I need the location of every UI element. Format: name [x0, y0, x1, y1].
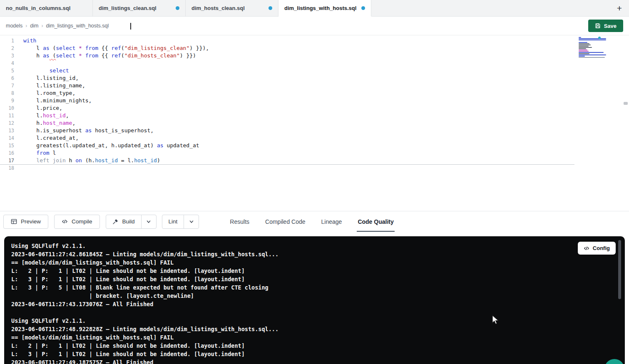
terminal-line — [11, 308, 625, 317]
code-line[interactable]: 10 l.price, — [0, 104, 574, 112]
unsaved-dot — [176, 6, 179, 10]
code-line[interactable]: 2 l as (select * from {{ ref("dim_listin… — [0, 45, 574, 52]
line-content: l.minimum_nights, — [14, 97, 92, 104]
line-content: l.host_id, — [14, 112, 69, 119]
line-number: 18 — [0, 164, 14, 172]
line-content — [14, 164, 23, 172]
config-button[interactable]: Config — [578, 242, 616, 255]
breadcrumb-segment[interactable]: dim — [30, 23, 38, 29]
line-content: from l — [14, 149, 56, 157]
line-number: 3 — [0, 52, 14, 59]
code-line[interactable]: 4 — [0, 59, 574, 67]
compile-button[interactable]: Compile — [54, 215, 100, 229]
terminal-panel: Using SQLFluff v2.1.1.2023-06-06T11:27:4… — [4, 236, 625, 364]
editor-tab[interactable]: dim_listings_clean.sql — [93, 0, 186, 16]
code-line[interactable]: 15 greatest(l.updated_at, h.updated_at) … — [0, 142, 574, 149]
lint-label: Lint — [169, 218, 178, 225]
terminal-scrollbar[interactable] — [618, 240, 621, 299]
code-icon — [62, 218, 68, 225]
line-number: 10 — [0, 104, 14, 112]
code-editor[interactable]: 1with2 l as (select * from {{ ref("dim_l… — [0, 35, 629, 211]
breadcrumb-segment[interactable]: models — [6, 23, 22, 29]
build-dropdown-button[interactable] — [141, 215, 156, 228]
editor-scrollbar[interactable] — [624, 102, 628, 105]
result-tab-lineage[interactable]: Lineage — [321, 211, 343, 232]
tab-label: dim_listings_with_hosts.sql — [284, 5, 356, 11]
terminal-line: == [models/dim/dim_listings_with_hosts.s… — [11, 258, 625, 267]
terminal-line: 2023-06-06T11:27:43.173076Z — All Finish… — [11, 300, 625, 308]
code-line[interactable]: 7 l.listing_name, — [0, 82, 574, 89]
result-tab-compiled-code[interactable]: Compiled Code — [264, 211, 306, 232]
line-number: 13 — [0, 127, 14, 134]
result-tabs: ResultsCompiled CodeLineageCode Quality — [222, 211, 401, 232]
chevron-down-icon — [189, 219, 194, 224]
terminal-line: L: 3 | P: 1 | LT02 | Line should not be … — [11, 275, 625, 283]
line-number: 4 — [0, 59, 14, 67]
line-number: 11 — [0, 112, 14, 119]
line-content — [14, 59, 23, 67]
chevron-down-icon — [146, 219, 151, 224]
text-caret — [130, 23, 131, 30]
terminal-line: L: 3 | P: 1 | LT02 | Line should not be … — [11, 350, 625, 358]
code-line[interactable]: 8 l.room_type, — [0, 89, 574, 97]
lint-button[interactable]: Lint — [162, 215, 184, 228]
breadcrumb: models›dim›dim_listings_with_hosts.sql — [6, 23, 109, 29]
line-number: 9 — [0, 97, 14, 104]
code-line[interactable]: 17 left join h on (h.host_id = l.host_id… — [0, 157, 574, 164]
lint-split-button: Lint — [162, 215, 199, 229]
code-line[interactable]: 5 select — [0, 67, 574, 74]
code-line[interactable]: 12 h.host_name, — [0, 119, 574, 127]
terminal-line: Using SQLFluff v2.1.1. — [11, 317, 625, 325]
editor-tab[interactable]: no_nulls_in_columns.sql — [0, 0, 93, 16]
tab-label: dim_listings_clean.sql — [99, 5, 157, 11]
line-content: h as (select * from {{ ref("dim_hosts_cl… — [14, 52, 196, 59]
code-lines: 1with2 l as (select * from {{ ref("dim_l… — [0, 37, 629, 172]
terminal-output: Using SQLFluff v2.1.1.2023-06-06T11:27:4… — [11, 242, 625, 364]
code-line[interactable]: 18 — [0, 164, 574, 172]
line-number: 5 — [0, 67, 14, 74]
editor-tab[interactable]: dim_listings_with_hosts.sql — [278, 0, 371, 16]
build-icon — [112, 218, 119, 225]
line-content: l.listing_name, — [14, 82, 85, 89]
tab-bar: no_nulls_in_columns.sqldim_listings_clea… — [0, 0, 629, 17]
line-number: 14 — [0, 134, 14, 142]
save-label: Save — [604, 23, 617, 29]
preview-icon — [11, 218, 17, 225]
build-button[interactable]: Build — [106, 215, 141, 228]
terminal-line: | bracket. [layout.cte_newline] — [11, 292, 625, 300]
code-line[interactable]: 3 h as (select * from {{ ref("dim_hosts_… — [0, 52, 574, 59]
line-content: l.room_type, — [14, 89, 75, 97]
code-line[interactable]: 11 l.host_id, — [0, 112, 574, 119]
new-tab-button[interactable]: + — [610, 0, 629, 16]
tab-label: no_nulls_in_columns.sql — [6, 5, 70, 11]
code-line[interactable]: 13 h.is_superhost as host_is_superhost, — [0, 127, 574, 134]
line-number: 2 — [0, 45, 14, 52]
lint-dropdown-button[interactable] — [184, 215, 199, 228]
line-content: l.listing_id, — [14, 74, 79, 82]
code-line[interactable]: 16 from l — [0, 149, 574, 157]
preview-button[interactable]: Preview — [3, 215, 48, 229]
compile-label: Compile — [72, 218, 92, 225]
line-content: h.is_superhost as host_is_superhost, — [14, 127, 154, 134]
code-line[interactable]: 14 l.created_at, — [0, 134, 574, 142]
editor-tab[interactable]: dim_hosts_clean.sql — [186, 0, 278, 16]
code-line[interactable]: 9 l.minimum_nights, — [0, 97, 574, 104]
terminal-line: L: 2 | P: 1 | LT02 | Line should not be … — [11, 267, 625, 275]
result-tab-results[interactable]: Results — [229, 211, 250, 232]
breadcrumb-separator: › — [25, 23, 27, 29]
terminal-line: 2023-06-06T11:27:42.861845Z — Linting mo… — [11, 250, 625, 258]
line-content: l as (select * from {{ ref("dim_listings… — [14, 45, 209, 52]
save-icon — [595, 23, 601, 29]
breadcrumb-segment[interactable]: dim_listings_with_hosts.sql — [46, 23, 109, 29]
code-icon — [584, 245, 589, 251]
result-tab-code-quality[interactable]: Code Quality — [357, 211, 394, 232]
line-number: 6 — [0, 74, 14, 82]
code-line[interactable]: 1with — [0, 37, 574, 45]
unsaved-dot — [361, 6, 365, 10]
tab-bar-tabs: no_nulls_in_columns.sqldim_listings_clea… — [0, 0, 371, 16]
code-line[interactable]: 6 l.listing_id, — [0, 74, 574, 82]
minimap[interactable] — [579, 37, 609, 59]
save-button[interactable]: Save — [588, 20, 623, 32]
unsaved-dot — [269, 6, 272, 10]
line-number: 17 — [0, 157, 14, 164]
